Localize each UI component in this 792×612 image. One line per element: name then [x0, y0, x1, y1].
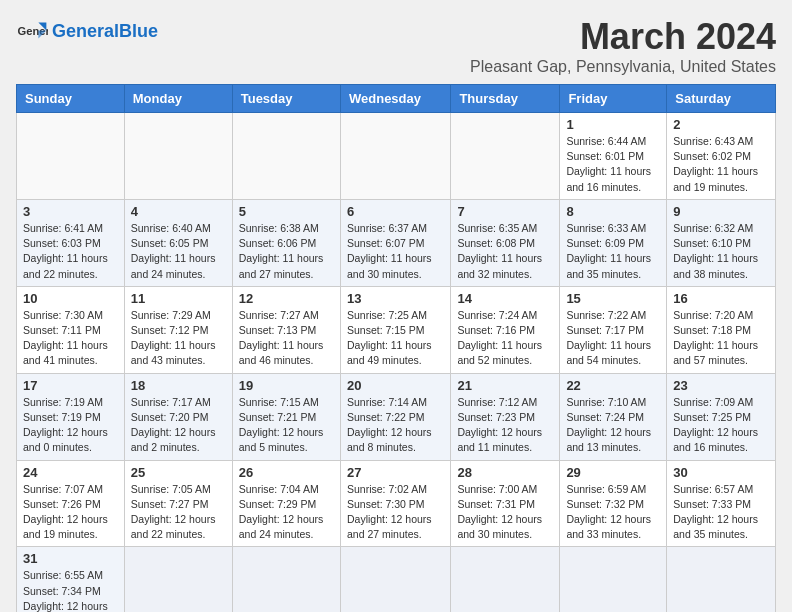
- table-row: 31Sunrise: 6:55 AM Sunset: 7:34 PM Dayli…: [17, 547, 125, 612]
- day-number: 22: [566, 378, 660, 393]
- table-row: 22Sunrise: 7:10 AM Sunset: 7:24 PM Dayli…: [560, 373, 667, 460]
- calendar-header-row: Sunday Monday Tuesday Wednesday Thursday…: [17, 85, 776, 113]
- title-block: March 2024 Pleasant Gap, Pennsylvania, U…: [470, 16, 776, 76]
- table-row: [451, 547, 560, 612]
- logo: General GeneralBlue: [16, 16, 158, 48]
- day-number: 25: [131, 465, 226, 480]
- day-number: 5: [239, 204, 334, 219]
- table-row: 11Sunrise: 7:29 AM Sunset: 7:12 PM Dayli…: [124, 286, 232, 373]
- day-number: 4: [131, 204, 226, 219]
- day-info: Sunrise: 7:09 AM Sunset: 7:25 PM Dayligh…: [673, 395, 769, 456]
- day-number: 13: [347, 291, 444, 306]
- day-info: Sunrise: 6:43 AM Sunset: 6:02 PM Dayligh…: [673, 134, 769, 195]
- table-row: [340, 547, 450, 612]
- table-row: 1Sunrise: 6:44 AM Sunset: 6:01 PM Daylig…: [560, 113, 667, 200]
- day-number: 3: [23, 204, 118, 219]
- table-row: 30Sunrise: 6:57 AM Sunset: 7:33 PM Dayli…: [667, 460, 776, 547]
- table-row: 25Sunrise: 7:05 AM Sunset: 7:27 PM Dayli…: [124, 460, 232, 547]
- day-number: 11: [131, 291, 226, 306]
- day-number: 2: [673, 117, 769, 132]
- location-title: Pleasant Gap, Pennsylvania, United State…: [470, 58, 776, 76]
- day-number: 1: [566, 117, 660, 132]
- table-row: [560, 547, 667, 612]
- table-row: 29Sunrise: 6:59 AM Sunset: 7:32 PM Dayli…: [560, 460, 667, 547]
- table-row: 6Sunrise: 6:37 AM Sunset: 6:07 PM Daylig…: [340, 199, 450, 286]
- table-row: 9Sunrise: 6:32 AM Sunset: 6:10 PM Daylig…: [667, 199, 776, 286]
- calendar-row-1: 1Sunrise: 6:44 AM Sunset: 6:01 PM Daylig…: [17, 113, 776, 200]
- calendar-row-6: 31Sunrise: 6:55 AM Sunset: 7:34 PM Dayli…: [17, 547, 776, 612]
- table-row: [232, 113, 340, 200]
- day-number: 16: [673, 291, 769, 306]
- day-info: Sunrise: 7:30 AM Sunset: 7:11 PM Dayligh…: [23, 308, 118, 369]
- day-info: Sunrise: 7:14 AM Sunset: 7:22 PM Dayligh…: [347, 395, 444, 456]
- day-info: Sunrise: 7:05 AM Sunset: 7:27 PM Dayligh…: [131, 482, 226, 543]
- col-tuesday: Tuesday: [232, 85, 340, 113]
- month-title: March 2024: [470, 16, 776, 58]
- day-info: Sunrise: 6:41 AM Sunset: 6:03 PM Dayligh…: [23, 221, 118, 282]
- day-info: Sunrise: 7:27 AM Sunset: 7:13 PM Dayligh…: [239, 308, 334, 369]
- table-row: [667, 547, 776, 612]
- table-row: 3Sunrise: 6:41 AM Sunset: 6:03 PM Daylig…: [17, 199, 125, 286]
- day-info: Sunrise: 7:04 AM Sunset: 7:29 PM Dayligh…: [239, 482, 334, 543]
- day-info: Sunrise: 6:33 AM Sunset: 6:09 PM Dayligh…: [566, 221, 660, 282]
- day-info: Sunrise: 6:59 AM Sunset: 7:32 PM Dayligh…: [566, 482, 660, 543]
- table-row: 20Sunrise: 7:14 AM Sunset: 7:22 PM Dayli…: [340, 373, 450, 460]
- table-row: [124, 113, 232, 200]
- day-info: Sunrise: 7:12 AM Sunset: 7:23 PM Dayligh…: [457, 395, 553, 456]
- calendar-row-3: 10Sunrise: 7:30 AM Sunset: 7:11 PM Dayli…: [17, 286, 776, 373]
- day-number: 6: [347, 204, 444, 219]
- col-sunday: Sunday: [17, 85, 125, 113]
- day-info: Sunrise: 7:10 AM Sunset: 7:24 PM Dayligh…: [566, 395, 660, 456]
- day-info: Sunrise: 6:40 AM Sunset: 6:05 PM Dayligh…: [131, 221, 226, 282]
- day-number: 12: [239, 291, 334, 306]
- day-number: 29: [566, 465, 660, 480]
- day-info: Sunrise: 6:35 AM Sunset: 6:08 PM Dayligh…: [457, 221, 553, 282]
- day-number: 19: [239, 378, 334, 393]
- col-saturday: Saturday: [667, 85, 776, 113]
- table-row: 2Sunrise: 6:43 AM Sunset: 6:02 PM Daylig…: [667, 113, 776, 200]
- day-number: 28: [457, 465, 553, 480]
- table-row: 19Sunrise: 7:15 AM Sunset: 7:21 PM Dayli…: [232, 373, 340, 460]
- day-info: Sunrise: 7:07 AM Sunset: 7:26 PM Dayligh…: [23, 482, 118, 543]
- logo-blue: Blue: [119, 21, 158, 41]
- day-info: Sunrise: 7:00 AM Sunset: 7:31 PM Dayligh…: [457, 482, 553, 543]
- day-number: 21: [457, 378, 553, 393]
- table-row: 24Sunrise: 7:07 AM Sunset: 7:26 PM Dayli…: [17, 460, 125, 547]
- day-info: Sunrise: 7:22 AM Sunset: 7:17 PM Dayligh…: [566, 308, 660, 369]
- day-number: 9: [673, 204, 769, 219]
- table-row: 13Sunrise: 7:25 AM Sunset: 7:15 PM Dayli…: [340, 286, 450, 373]
- day-number: 15: [566, 291, 660, 306]
- day-info: Sunrise: 6:44 AM Sunset: 6:01 PM Dayligh…: [566, 134, 660, 195]
- day-info: Sunrise: 6:32 AM Sunset: 6:10 PM Dayligh…: [673, 221, 769, 282]
- day-number: 7: [457, 204, 553, 219]
- day-number: 27: [347, 465, 444, 480]
- day-info: Sunrise: 7:19 AM Sunset: 7:19 PM Dayligh…: [23, 395, 118, 456]
- day-number: 10: [23, 291, 118, 306]
- table-row: 17Sunrise: 7:19 AM Sunset: 7:19 PM Dayli…: [17, 373, 125, 460]
- table-row: 18Sunrise: 7:17 AM Sunset: 7:20 PM Dayli…: [124, 373, 232, 460]
- table-row: 7Sunrise: 6:35 AM Sunset: 6:08 PM Daylig…: [451, 199, 560, 286]
- col-wednesday: Wednesday: [340, 85, 450, 113]
- logo-icon: General: [16, 16, 48, 48]
- logo-general: General: [52, 21, 119, 41]
- day-info: Sunrise: 7:02 AM Sunset: 7:30 PM Dayligh…: [347, 482, 444, 543]
- day-number: 18: [131, 378, 226, 393]
- logo-text: GeneralBlue: [52, 22, 158, 42]
- day-number: 14: [457, 291, 553, 306]
- table-row: 21Sunrise: 7:12 AM Sunset: 7:23 PM Dayli…: [451, 373, 560, 460]
- day-info: Sunrise: 7:29 AM Sunset: 7:12 PM Dayligh…: [131, 308, 226, 369]
- day-number: 17: [23, 378, 118, 393]
- col-monday: Monday: [124, 85, 232, 113]
- table-row: 4Sunrise: 6:40 AM Sunset: 6:05 PM Daylig…: [124, 199, 232, 286]
- table-row: [17, 113, 125, 200]
- calendar-table: Sunday Monday Tuesday Wednesday Thursday…: [16, 84, 776, 612]
- calendar-row-2: 3Sunrise: 6:41 AM Sunset: 6:03 PM Daylig…: [17, 199, 776, 286]
- day-number: 24: [23, 465, 118, 480]
- day-info: Sunrise: 7:20 AM Sunset: 7:18 PM Dayligh…: [673, 308, 769, 369]
- table-row: [232, 547, 340, 612]
- table-row: [124, 547, 232, 612]
- table-row: 16Sunrise: 7:20 AM Sunset: 7:18 PM Dayli…: [667, 286, 776, 373]
- calendar-row-5: 24Sunrise: 7:07 AM Sunset: 7:26 PM Dayli…: [17, 460, 776, 547]
- table-row: 26Sunrise: 7:04 AM Sunset: 7:29 PM Dayli…: [232, 460, 340, 547]
- table-row: 8Sunrise: 6:33 AM Sunset: 6:09 PM Daylig…: [560, 199, 667, 286]
